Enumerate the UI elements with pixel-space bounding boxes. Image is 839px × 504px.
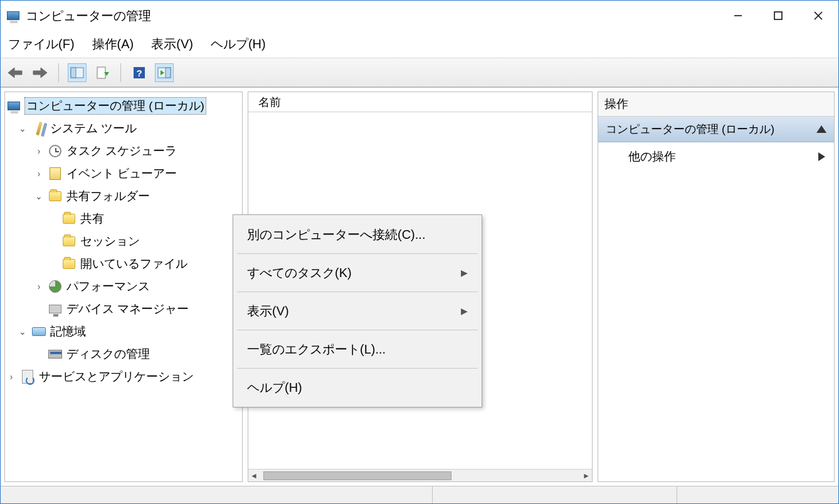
tree-label: システム ツール <box>50 120 137 137</box>
tree-event-viewer[interactable]: › イベント ビューアー <box>6 162 241 185</box>
ctx-connect-label: 別のコンピューターへ接続(C)... <box>247 226 425 243</box>
app-window: コンピューターの管理 ファイル(F) 操作(A) 表示(V) ヘルプ(H) <box>0 0 839 504</box>
collapse-icon[interactable]: ⌄ <box>34 191 44 201</box>
status-cell <box>1 486 432 503</box>
ctx-all-tasks[interactable]: すべてのタスク(K) ▶ <box>233 256 482 290</box>
tree-shared-folders[interactable]: ⌄ 共有フォルダー <box>6 185 241 207</box>
svg-marker-5 <box>33 68 47 78</box>
tree-label: 記憶域 <box>50 323 86 340</box>
context-separator <box>237 330 478 330</box>
book-icon <box>48 166 63 181</box>
scrollbar-thumb[interactable] <box>263 471 451 480</box>
app-icon <box>6 8 21 23</box>
ctx-help[interactable]: ヘルプ(H) <box>233 370 482 404</box>
minimize-button[interactable] <box>718 1 758 31</box>
menu-action[interactable]: 操作(A) <box>92 36 134 53</box>
ctx-export-label: 一覧のエクスポート(L)... <box>247 341 386 358</box>
tree-shares[interactable]: 共有 <box>6 207 241 230</box>
menu-file[interactable]: ファイル(F) <box>8 36 75 53</box>
tree-label: サービスとアプリケーション <box>39 369 194 385</box>
actions-pane-icon <box>157 66 171 80</box>
collapse-up-icon <box>816 125 826 133</box>
minimize-icon <box>733 11 743 21</box>
window-title: コンピューターの管理 <box>26 8 151 24</box>
tree-services-apps[interactable]: › サービスとアプリケーション <box>6 365 241 388</box>
tree-label: 開いているファイル <box>80 256 187 272</box>
window-controls <box>718 1 838 31</box>
collapse-icon[interactable]: ⌄ <box>18 123 28 134</box>
svg-rect-13 <box>166 68 171 78</box>
show-actions-pane-button[interactable] <box>155 63 174 82</box>
svg-rect-8 <box>97 67 105 78</box>
folder-icon <box>48 189 63 204</box>
tree-label: タスク スケジューラ <box>66 143 177 159</box>
horizontal-scrollbar[interactable]: ◄ ► <box>248 469 592 481</box>
status-cell <box>432 486 677 503</box>
folder-icon <box>61 234 77 249</box>
show-hide-tree-button[interactable] <box>68 63 87 82</box>
ctx-export-list[interactable]: 一覧のエクスポート(L)... <box>233 332 482 366</box>
folder-icon <box>61 256 77 271</box>
tree-system-tools[interactable]: ⌄ システム ツール <box>6 117 241 140</box>
tree-label: セッション <box>80 233 140 249</box>
export-list-button[interactable] <box>93 63 112 82</box>
collapse-icon[interactable]: ⌄ <box>18 327 28 337</box>
context-separator <box>237 253 478 254</box>
tree: コンピューターの管理 (ローカル) ⌄ システム ツール › タスク スケジュー… <box>5 92 242 391</box>
tree-open-files[interactable]: 開いているファイル <box>6 253 241 275</box>
help-icon: ? <box>132 66 146 80</box>
toolbar: ? <box>1 58 838 87</box>
expand-icon[interactable]: › <box>34 169 44 179</box>
expand-icon[interactable]: › <box>6 372 16 382</box>
help-button[interactable]: ? <box>130 63 149 82</box>
tree-pane: コンピューターの管理 (ローカル) ⌄ システム ツール › タスク スケジュー… <box>4 92 243 482</box>
tree-label: デバイス マネージャー <box>66 301 189 317</box>
panel-icon <box>70 66 84 80</box>
expand-icon[interactable]: › <box>34 146 44 156</box>
scroll-left-icon[interactable]: ◄ <box>248 471 260 480</box>
nav-forward-button[interactable] <box>31 63 50 82</box>
list-header: 名前 <box>248 92 592 112</box>
status-cell <box>677 486 838 503</box>
toolbar-separator <box>58 63 59 82</box>
menu-view[interactable]: 表示(V) <box>151 36 193 53</box>
tree-device-manager[interactable]: デバイス マネージャー <box>6 298 241 320</box>
arrow-right-icon <box>32 66 48 79</box>
actions-group-header[interactable]: コンピューターの管理 (ローカル) <box>598 117 834 142</box>
tree-label: ディスクの管理 <box>66 346 150 362</box>
actions-more-label: 他の操作 <box>628 149 676 165</box>
svg-marker-4 <box>8 68 22 78</box>
submenu-right-icon: ▶ <box>461 306 468 316</box>
scroll-right-icon[interactable]: ► <box>581 471 592 480</box>
scrollbar-track[interactable] <box>260 471 581 480</box>
ctx-view[interactable]: 表示(V) ▶ <box>233 294 482 328</box>
close-button[interactable] <box>798 1 838 31</box>
ctx-help-label: ヘルプ(H) <box>247 379 302 396</box>
tree-disk-management[interactable]: ディスクの管理 <box>6 343 241 365</box>
computer-icon <box>6 98 21 113</box>
tree-label: 共有フォルダー <box>66 188 150 204</box>
svg-rect-1 <box>774 12 782 19</box>
folder-icon <box>61 211 77 226</box>
column-name[interactable]: 名前 <box>258 95 281 110</box>
tree-performance[interactable]: › パフォーマンス <box>6 275 241 298</box>
context-separator <box>237 368 478 369</box>
menu-help[interactable]: ヘルプ(H) <box>211 36 266 53</box>
submenu-right-icon <box>818 152 825 161</box>
actions-more[interactable]: 他の操作 <box>598 142 834 171</box>
nav-back-button[interactable] <box>6 63 24 82</box>
disk-icon <box>48 347 63 362</box>
titlebar: コンピューターの管理 <box>1 1 838 31</box>
tree-storage[interactable]: ⌄ 記憶域 <box>6 320 241 343</box>
tree-task-scheduler[interactable]: › タスク スケジューラ <box>6 140 241 162</box>
tree-root[interactable]: コンピューターの管理 (ローカル) <box>6 95 241 117</box>
ctx-connect[interactable]: 別のコンピューターへ接続(C)... <box>233 218 482 251</box>
actions-group-label: コンピューターの管理 (ローカル) <box>606 122 774 137</box>
expand-icon[interactable]: › <box>34 281 44 291</box>
arrow-left-icon <box>7 66 23 79</box>
maximize-button[interactable] <box>758 1 798 31</box>
device-icon <box>48 302 63 317</box>
tree-sessions[interactable]: セッション <box>6 230 241 253</box>
context-separator <box>237 291 478 292</box>
export-icon <box>95 66 109 80</box>
